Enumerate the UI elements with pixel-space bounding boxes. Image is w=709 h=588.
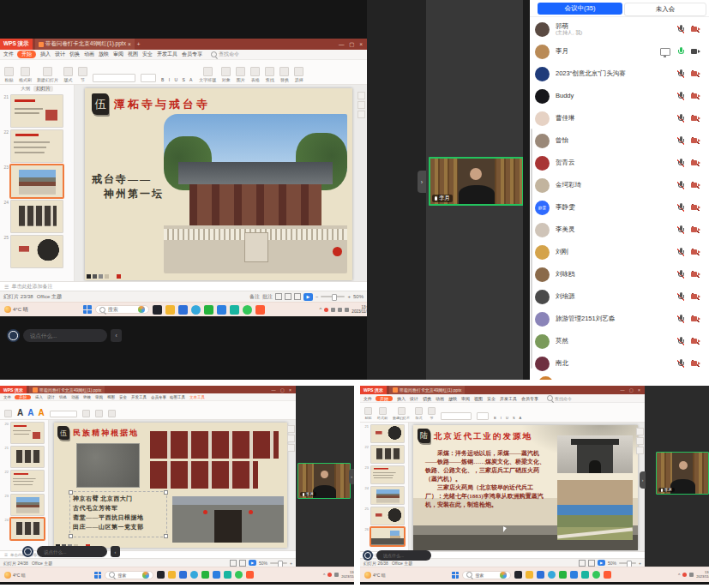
chat-input[interactable] (42, 549, 102, 555)
participant-row[interactable]: 2023“创意北京”门头沟赛 (532, 63, 709, 85)
app-icon[interactable] (179, 571, 187, 579)
slide-thumbnail[interactable] (10, 518, 45, 540)
participant-row[interactable]: 金珂彩琦 (532, 174, 709, 196)
toolbar-button[interactable]: 图片 (236, 67, 245, 82)
font-size-box[interactable] (477, 412, 489, 420)
strip-collapse-chevron[interactable]: › (640, 471, 646, 489)
app-icon[interactable] (581, 571, 589, 579)
camera-icon[interactable] (691, 249, 700, 255)
document-tab[interactable]: 带着问卷打卡北京49网红(1).pptx (29, 386, 105, 393)
mic-icon[interactable] (677, 25, 684, 34)
strip-collapse-chevron[interactable]: › (349, 469, 354, 484)
ribbon-tab[interactable]: 审阅 (461, 396, 470, 401)
toolbar-button[interactable]: 表格 (250, 67, 260, 82)
view-normal-icon[interactable] (230, 560, 237, 567)
camera-icon[interactable] (691, 226, 700, 233)
zoom-slider[interactable] (321, 296, 345, 297)
slide-thumbnail[interactable] (10, 470, 45, 492)
tray-expand-icon[interactable]: ^ (320, 307, 322, 312)
ribbon-tab[interactable]: 安全 (142, 51, 153, 58)
camera-icon[interactable] (691, 115, 700, 122)
ribbon-tab[interactable]: 会员专享 (521, 396, 538, 401)
selection-handle[interactable] (164, 534, 168, 538)
taskbar-clock[interactable]: 13:082023/11/17 (696, 571, 709, 579)
tray-record-icon[interactable] (682, 573, 687, 577)
ribbon-tab[interactable]: 切换 (69, 51, 80, 58)
slide-body-text[interactable]: 戒台寺—— 神州第一坛 (92, 172, 164, 201)
mic-icon[interactable] (677, 136, 684, 146)
mic-icon[interactable] (677, 225, 684, 235)
slideshow-play-button[interactable]: ▶ (303, 293, 313, 301)
courtyard-photo[interactable] (172, 496, 284, 543)
ribbon-tab[interactable]: 审阅 (95, 395, 103, 399)
notes-bar[interactable]: ☰单击此处添加备注 (0, 281, 367, 291)
app-icon[interactable] (537, 571, 544, 579)
tab-not-joined[interactable]: 未入会 (624, 3, 706, 16)
camera-icon[interactable] (691, 204, 700, 211)
format-buttons[interactable]: B I U S A (161, 77, 194, 82)
participant-row[interactable]: 刘咏鸥 (532, 263, 709, 285)
app-icon[interactable] (153, 305, 162, 315)
camera-icon[interactable] (691, 70, 700, 77)
mic-icon[interactable] (677, 337, 684, 346)
start-button[interactable] (94, 572, 101, 579)
tray-expand-icon[interactable]: ^ (678, 573, 680, 578)
participant-row[interactable]: 静雯 李静雯 (532, 196, 709, 219)
ribbon-tab[interactable]: 开发工具 (131, 395, 147, 399)
mic-icon[interactable] (677, 315, 684, 324)
participant-row[interactable]: 李月 (532, 40, 709, 63)
mic-icon[interactable] (677, 114, 684, 123)
ribbon-tab[interactable]: 切换 (59, 395, 67, 399)
toolbar-button[interactable]: 粘贴 (364, 407, 372, 420)
toolbar-button[interactable]: 新建幻灯片 (37, 67, 58, 82)
notes-toggle[interactable]: 备注 (249, 293, 260, 301)
app-icon[interactable] (191, 305, 201, 315)
view-normal-icon[interactable] (275, 293, 282, 300)
ribbon-tab[interactable]: 开始 (376, 396, 393, 401)
tab-in-meeting[interactable]: 会议中(35) (538, 3, 622, 15)
slide-thumbnail[interactable] (10, 165, 63, 198)
ribbon-context-tab[interactable]: 文本工具 (189, 395, 205, 399)
ribbon-tab[interactable]: 动画 (436, 396, 444, 401)
toolbar-button[interactable]: 节 (78, 67, 87, 82)
app-icon[interactable] (213, 571, 220, 579)
app-icon[interactable] (514, 571, 522, 579)
app-icon[interactable] (190, 571, 198, 579)
participant-row[interactable]: Buddy (532, 85, 709, 107)
slide-thumbnail[interactable] (370, 527, 405, 546)
aerial-valley-photo[interactable] (557, 480, 633, 540)
app-icon[interactable] (235, 571, 243, 579)
ribbon-tab[interactable]: 开始 (17, 51, 36, 58)
current-slide[interactable]: 伍 民族精神根据地 神京右臂 北京西大门古代毛立芳将军斋堂— (54, 423, 287, 548)
tab-slides[interactable]: 幻灯片 (33, 86, 53, 92)
camera-icon[interactable] (691, 293, 700, 300)
app-icon[interactable] (246, 571, 254, 579)
view-sorter-icon[interactable] (588, 560, 595, 567)
zoom-out-button[interactable]: − (315, 294, 319, 299)
speaker-video-thumbnail[interactable]: 李月 (429, 157, 523, 206)
tray-record-icon[interactable] (327, 573, 332, 577)
taskbar-search[interactable] (462, 571, 511, 579)
mic-icon[interactable] (677, 203, 684, 213)
app-icon[interactable] (224, 571, 231, 579)
participant-row[interactable]: 刘刚 (532, 241, 709, 263)
mic-icon[interactable] (677, 92, 684, 101)
camera-icon[interactable] (691, 93, 700, 99)
slide-thumbnail[interactable] (370, 424, 405, 443)
mic-icon[interactable] (677, 47, 684, 57)
ribbon-tab[interactable]: 动画 (84, 51, 94, 58)
slide-body-text[interactable]: 采煤：洋务运动以后，采煤——蒸汽机——铁路——炼钢……煤炭文化、桥梁文化、铁路、… (425, 449, 550, 509)
start-button[interactable] (452, 572, 459, 579)
participant-row[interactable]: 贺青云 (532, 152, 709, 174)
selected-text-box[interactable]: 神京右臂 北京西大门古代毛立芳将军斋堂——平西抗日根据地田庄——山区第一党支部 (69, 491, 167, 537)
app-icon[interactable] (217, 305, 226, 315)
app-icon[interactable] (201, 571, 209, 579)
tray-network-icon[interactable] (689, 573, 694, 577)
document-tab[interactable]: 带着问卷打卡北京49网红(1).pptx× (35, 39, 135, 50)
chat-input[interactable] (28, 332, 102, 339)
speaker-video-thumbnail[interactable]: 李月 (297, 463, 351, 499)
chat-collapse-button[interactable]: ‹ (111, 546, 120, 557)
tab-close-icon[interactable]: × (128, 41, 131, 47)
mic-icon[interactable] (677, 270, 684, 279)
ribbon-tab[interactable]: 切换 (423, 396, 431, 401)
